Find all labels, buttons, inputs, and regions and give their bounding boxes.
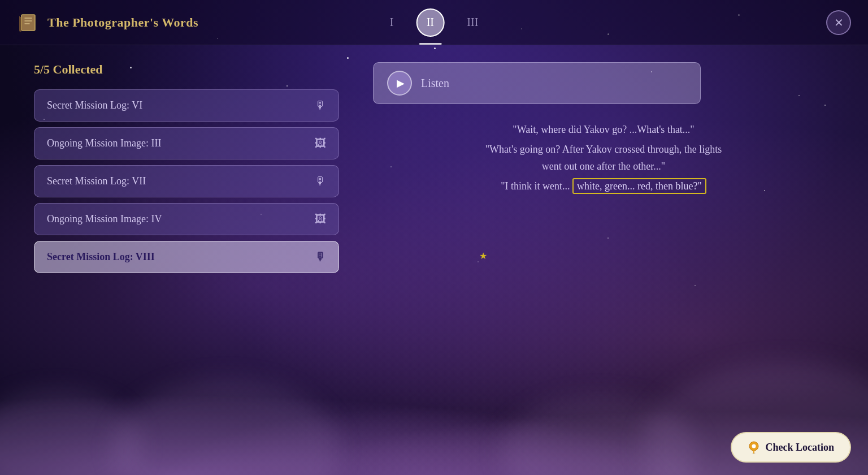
chapter-tab-3[interactable]: III (467, 16, 478, 29)
transcript: "Wait, where did Yakov go? ...What's tha… (373, 121, 834, 195)
transcript-prefix: "I think it went... (501, 180, 572, 192)
log-item-5-label: Secret Mission Log: VIII (47, 251, 155, 263)
log-list: Secret Mission Log: VI 🎙 Ongoing Mission… (34, 89, 339, 273)
log-item-3-label: Secret Mission Log: VII (47, 175, 146, 187)
listen-label: Listen (421, 77, 449, 90)
right-panel: ▶ Listen "Wait, where did Yakov go? ...W… (373, 62, 834, 458)
chapter-tab-2[interactable]: II (416, 8, 444, 37)
mic-icon-2: 🎙 (315, 175, 326, 188)
chapter-2-underline (419, 43, 441, 45)
play-circle: ▶ (387, 71, 412, 96)
collected-label: 5/5 Collected (34, 62, 339, 77)
log-item-2[interactable]: Ongoing Mission Image: III 🖼 (34, 127, 339, 159)
log-item-4-label: Ongoing Mission Image: IV (47, 213, 162, 225)
image-icon-2: 🖼 (315, 213, 326, 226)
log-item-2-label: Ongoing Mission Image: III (47, 137, 161, 149)
svg-point-2 (752, 453, 756, 454)
transcript-line1: "Wait, where did Yakov go? ...What's tha… (384, 121, 823, 139)
transcript-line3: went out one after the other..." (384, 158, 823, 175)
svg-point-1 (752, 444, 756, 448)
header: The Photographer's Words I II III ✕ (0, 0, 868, 45)
book-icon (17, 11, 40, 34)
page-title: The Photographer's Words (47, 15, 198, 30)
chapter-tabs: I II III (390, 8, 479, 37)
transcript-line2: "What's going on? After Yakov crossed th… (384, 141, 823, 158)
image-icon-1: 🖼 (315, 137, 326, 150)
transcript-line4: "I think it went... white, green... red,… (384, 178, 823, 195)
log-item-1[interactable]: Secret Mission Log: VI 🎙 (34, 89, 339, 122)
left-panel: 5/5 Collected Secret Mission Log: VI 🎙 O… (34, 62, 339, 458)
cursor-star: ★ (479, 251, 488, 260)
header-left: The Photographer's Words (17, 11, 198, 34)
close-button[interactable]: ✕ (826, 10, 851, 35)
check-location-button[interactable]: Check Location (731, 432, 852, 463)
check-location-label: Check Location (766, 442, 835, 454)
chapter-tab-1[interactable]: I (390, 16, 394, 29)
chapter-2-circle: II (416, 8, 444, 37)
log-item-1-label: Secret Mission Log: VI (47, 100, 142, 111)
log-item-3[interactable]: Secret Mission Log: VII 🎙 (34, 165, 339, 197)
log-item-4[interactable]: Ongoing Mission Image: IV 🖼 (34, 203, 339, 235)
location-pin-icon (748, 441, 760, 454)
mic-icon-3: 🎙 (315, 251, 326, 264)
main-content: 5/5 Collected Secret Mission Log: VI 🎙 O… (0, 45, 868, 475)
listen-button[interactable]: ▶ Listen (373, 62, 701, 104)
mic-icon-1: 🎙 (315, 99, 326, 112)
transcript-highlighted: white, green... red, then blue?" (572, 178, 706, 194)
play-icon: ▶ (397, 77, 405, 89)
log-item-5[interactable]: Secret Mission Log: VIII 🎙 (34, 241, 339, 273)
